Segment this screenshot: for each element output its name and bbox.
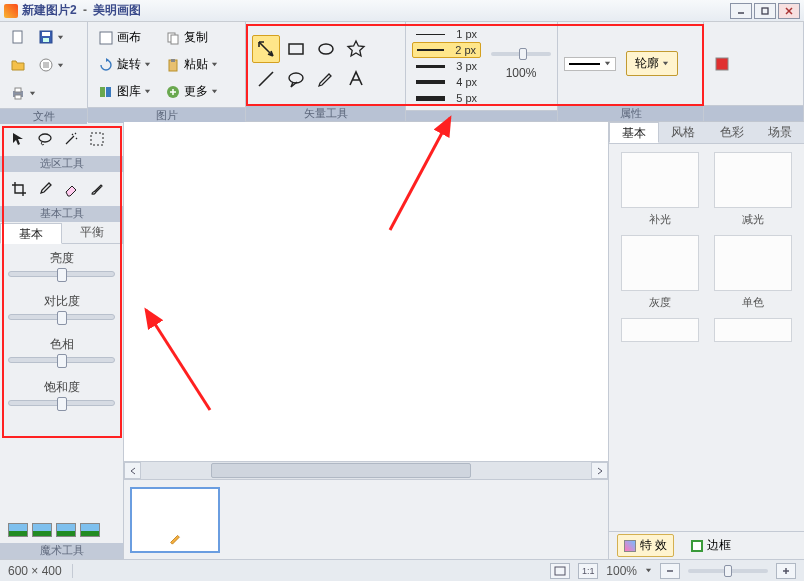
actual-size-button[interactable]: 1:1 [578, 563, 598, 579]
outline-button[interactable]: 轮廓 [626, 51, 678, 76]
left-panel: 选区工具 基本工具 基本 平衡 亮度 对比度 色相 饱和度 [0, 122, 124, 559]
rtab-scene[interactable]: 场景 [756, 122, 804, 143]
effect-dim-light[interactable]: 减光 [711, 152, 797, 227]
maximize-button[interactable] [754, 3, 776, 19]
copy-button[interactable]: 复制 [161, 26, 222, 49]
crop-tool[interactable] [8, 178, 30, 200]
ribbon-group-stroke-label [406, 110, 557, 121]
scroll-left-button[interactable] [124, 462, 141, 479]
wand-tool[interactable] [60, 128, 82, 150]
pointer-tool[interactable] [252, 35, 280, 63]
color-swatch[interactable] [710, 53, 734, 75]
line-tool[interactable] [252, 65, 280, 93]
stroke-3px[interactable]: 3 px [412, 58, 481, 74]
ribbon-zoom-value: 100% [506, 66, 537, 80]
canvas[interactable] [124, 122, 608, 461]
svg-line-22 [259, 72, 273, 86]
rotate-button[interactable]: 旋转 [94, 53, 155, 76]
footer-effects-tab[interactable]: 特 效 [617, 534, 674, 557]
rtab-style[interactable]: 风格 [659, 122, 707, 143]
titlebar: 新建图片2 - 美明画图 [0, 0, 804, 22]
stroke-5px[interactable]: 5 px [412, 90, 481, 106]
fit-screen-button[interactable] [550, 563, 570, 579]
rectangle-tool[interactable] [282, 35, 310, 63]
svg-rect-12 [100, 32, 112, 44]
scrollbar-thumb[interactable] [211, 463, 471, 478]
effect-fill-light[interactable]: 补光 [617, 152, 703, 227]
ribbon: 文件 画布 旋转 图库 复制 粘贴 更多 图片 [0, 22, 804, 122]
stroke-1px[interactable]: 1 px [412, 26, 481, 42]
svg-rect-16 [171, 35, 178, 44]
canvas-button[interactable]: 画布 [94, 26, 155, 49]
pages-strip [124, 479, 608, 559]
main-area: 选区工具 基本工具 基本 平衡 亮度 对比度 色相 饱和度 [0, 122, 804, 559]
minimize-button[interactable] [730, 3, 752, 19]
saturation-slider[interactable] [8, 400, 115, 406]
lasso-tool[interactable] [34, 128, 56, 150]
select-arrow-tool[interactable] [8, 128, 30, 150]
brush-tool[interactable] [86, 178, 108, 200]
footer-border-tab[interactable]: 边框 [684, 534, 738, 557]
print-button[interactable] [6, 82, 40, 104]
effect-mono[interactable]: 单色 [711, 235, 797, 310]
rtab-basic[interactable]: 基本 [609, 122, 659, 143]
stroke-width-list: 1 px 2 px 3 px 4 px 5 px [412, 26, 481, 106]
ellipse-tool[interactable] [312, 35, 340, 63]
brightness-slider[interactable] [8, 271, 115, 277]
document-name: 新建图片2 [22, 3, 77, 17]
canvas-dimensions: 600 × 400 [8, 564, 73, 578]
app-menu-button[interactable] [34, 54, 68, 76]
hue-slider[interactable] [8, 357, 115, 363]
paste-button[interactable]: 粘贴 [161, 53, 222, 76]
svg-rect-14 [106, 87, 111, 97]
hue-label: 色相 [8, 336, 115, 353]
more-button[interactable]: 更多 [161, 80, 222, 103]
contrast-slider[interactable] [8, 314, 115, 320]
more-label: 更多 [184, 83, 208, 100]
ribbon-zoom-slider[interactable] [491, 52, 551, 56]
magic-preset-4[interactable] [80, 523, 100, 537]
stroke-style-preview[interactable] [564, 57, 616, 71]
zoom-out-button[interactable] [660, 563, 680, 579]
svg-rect-27 [555, 567, 565, 575]
effect-extra-1[interactable] [617, 318, 703, 342]
magic-tools-label: 魔术工具 [0, 543, 123, 559]
status-bar: 600 × 400 1:1 100% [0, 559, 804, 581]
scroll-right-button[interactable] [591, 462, 608, 479]
effect-grayscale[interactable]: 灰度 [617, 235, 703, 310]
eraser-tool[interactable] [60, 178, 82, 200]
tab-balance[interactable]: 平衡 [62, 222, 123, 243]
magic-preset-2[interactable] [32, 523, 52, 537]
saturation-label: 饱和度 [8, 379, 115, 396]
svg-rect-26 [91, 133, 103, 145]
pencil-tool[interactable] [312, 65, 340, 93]
select-tools-label: 选区工具 [0, 156, 123, 172]
magic-preset-1[interactable] [8, 523, 28, 537]
speech-bubble-tool[interactable] [282, 65, 310, 93]
svg-rect-1 [762, 8, 768, 14]
open-file-button[interactable] [6, 54, 30, 76]
library-button[interactable]: 图库 [94, 80, 155, 103]
status-zoom-slider[interactable] [688, 569, 768, 573]
save-button[interactable] [34, 26, 68, 48]
status-zoom-value: 100% [606, 564, 637, 578]
effect-extra-2[interactable] [711, 318, 797, 342]
new-file-button[interactable] [6, 26, 30, 48]
tab-basic[interactable]: 基本 [0, 223, 62, 244]
zoom-dropdown-icon[interactable] [645, 567, 652, 574]
close-button[interactable] [778, 3, 800, 19]
page-thumbnail-1[interactable] [130, 487, 220, 553]
star-tool[interactable] [342, 35, 370, 63]
svg-rect-20 [289, 44, 303, 54]
brightness-label: 亮度 [8, 250, 115, 267]
zoom-in-button[interactable] [776, 563, 796, 579]
horizontal-scrollbar[interactable] [124, 461, 608, 479]
stroke-4px[interactable]: 4 px [412, 74, 481, 90]
ribbon-group-file-label: 文件 [0, 108, 87, 124]
stroke-2px[interactable]: 2 px [412, 42, 481, 58]
eyedropper-tool[interactable] [34, 178, 56, 200]
magic-preset-3[interactable] [56, 523, 76, 537]
rtab-color[interactable]: 色彩 [708, 122, 756, 143]
text-tool[interactable] [342, 65, 370, 93]
marquee-tool[interactable] [86, 128, 108, 150]
